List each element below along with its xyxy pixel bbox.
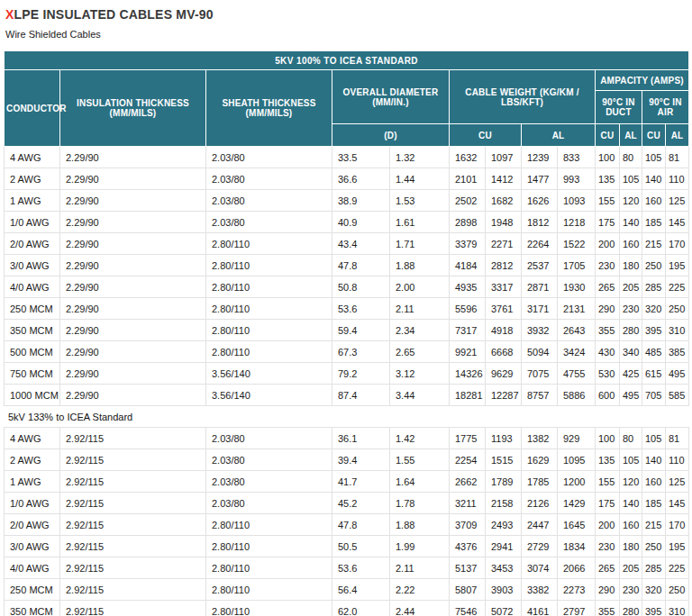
cell-weight-cu-kgkm: 2502	[450, 190, 486, 212]
cell-weight-al-kgkm: 1812	[522, 212, 558, 233]
cell-weight-al-lbskft: 1522	[558, 233, 596, 255]
cell-amp-duct-al: 280	[620, 601, 642, 616]
cell-amp-air-al: 110	[666, 449, 689, 471]
cell-amp-air-cu: 215	[642, 233, 666, 255]
cell-conductor: 1/0 AWG	[5, 493, 60, 514]
cell-amp-air-cu: 250	[642, 255, 666, 276]
table-row: 1/0 AWG2.92/1152.03/8045.21.783211215821…	[5, 493, 689, 514]
cell-amp-air-cu: 105	[642, 147, 666, 168]
cell-amp-duct-al: 80	[620, 147, 642, 168]
table-row: 500 MCM2.29/902.80/11067.32.659921666850…	[5, 341, 689, 363]
cell-weight-al-kgkm: 2264	[522, 233, 558, 255]
cell-amp-duct-cu: 355	[596, 320, 620, 341]
table-header: 5KV 100% TO ICEA STANDARD CONDUCTOR INSU…	[5, 51, 689, 147]
subheader-air-al: AL	[666, 124, 689, 147]
sheath-unit: (MM/MILS)	[246, 108, 293, 118]
cell-amp-duct-cu: 155	[596, 190, 620, 212]
cell-amp-duct-cu: 175	[596, 493, 620, 514]
cell-weight-cu-lbskft: 2941	[486, 536, 522, 557]
cell-weight-al-kgkm: 2447	[522, 514, 558, 536]
duct-label-line1: 90°C IN	[602, 97, 635, 107]
weight-label: CABLE WEIGHT (KG/KM /	[465, 87, 578, 97]
title-text: LPE INSULATED CABLES MV-90	[14, 7, 214, 22]
cell-weight-cu-kgkm: 18281	[450, 385, 486, 406]
cell-weight-cu-kgkm: 2101	[450, 168, 486, 190]
cell-sheath-thickness: 2.80/110	[206, 320, 332, 341]
cell-weight-cu-kgkm: 5137	[450, 557, 486, 579]
subheader-duct-al: AL	[620, 124, 642, 147]
cell-insulation-thickness: 2.92/115	[60, 601, 206, 616]
page-title: XLPE INSULATED CABLES MV-90	[5, 7, 687, 22]
cell-diameter-mm: 79.2	[332, 363, 390, 385]
col-header-diameter: OVERALL DIAMETER(MM/IN.)	[332, 70, 450, 124]
weight-unit: LBS/KFT)	[501, 97, 543, 107]
cell-weight-cu-kgkm: 2662	[450, 471, 486, 493]
cell-weight-cu-kgkm: 3379	[450, 233, 486, 255]
cell-amp-air-al: 385	[666, 341, 689, 363]
cell-diameter-mm: 36.1	[332, 428, 390, 449]
cell-amp-duct-cu: 290	[596, 298, 620, 320]
cell-weight-al-lbskft: 1645	[558, 514, 596, 536]
cell-amp-duct-al: 160	[620, 233, 642, 255]
cell-conductor: 4 AWG	[5, 147, 60, 168]
title-accent-letter: X	[5, 7, 14, 22]
table-row: 2 AWG2.92/1152.03/8039.41.55225415151629…	[5, 449, 689, 471]
cell-amp-air-al: 145	[666, 212, 689, 233]
table-row: 1/0 AWG2.29/902.03/8040.91.6128981948181…	[5, 212, 689, 233]
cell-amp-duct-cu: 155	[596, 471, 620, 493]
cell-amp-duct-al: 340	[620, 341, 642, 363]
cell-amp-air-al: 125	[666, 471, 689, 493]
header-row-main: CONDUCTOR INSULATION THICKNESS(MM/MILS) …	[5, 70, 689, 91]
table-row: 1000 MCM2.29/903.56/14087.43.44182811228…	[5, 385, 689, 406]
cell-amp-duct-cu: 200	[596, 514, 620, 536]
cell-weight-cu-lbskft: 1789	[486, 471, 522, 493]
cell-diameter-in: 3.44	[390, 385, 450, 406]
cell-amp-duct-al: 120	[620, 190, 642, 212]
cell-weight-cu-kgkm: 1632	[450, 147, 486, 168]
col-header-conductor: CONDUCTOR	[5, 70, 60, 147]
subheader-duct-cu: CU	[596, 124, 620, 147]
cell-amp-air-cu: 320	[642, 298, 666, 320]
cell-sheath-thickness: 2.03/80	[206, 190, 332, 212]
band-row: 5KV 100% TO ICEA STANDARD	[5, 51, 689, 70]
sheath-label: SHEATH THICKNESS	[222, 98, 315, 108]
col-header-insulation: INSULATION THICKNESS(MM/MILS)	[60, 70, 206, 147]
cell-weight-al-lbskft: 929	[558, 428, 596, 449]
cell-diameter-mm: 47.8	[332, 514, 390, 536]
cell-amp-duct-cu: 175	[596, 212, 620, 233]
diameter-unit: (MM/IN.)	[372, 97, 408, 107]
cell-diameter-in: 1.53	[390, 190, 450, 212]
cell-weight-al-kgkm: 4161	[522, 601, 558, 616]
cell-weight-cu-kgkm: 14326	[450, 363, 486, 385]
cell-weight-al-lbskft: 1095	[558, 449, 596, 471]
cell-amp-air-cu: 395	[642, 320, 666, 341]
cell-diameter-in: 1.42	[390, 428, 450, 449]
cell-weight-cu-kgkm: 7317	[450, 320, 486, 341]
cell-weight-al-kgkm: 7075	[522, 363, 558, 385]
cell-weight-al-lbskft: 1834	[558, 536, 596, 557]
page: XLPE INSULATED CABLES MV-90 Wire Shielde…	[0, 0, 692, 616]
cell-weight-cu-kgkm: 7546	[450, 601, 486, 616]
cell-conductor: 350 MCM	[5, 320, 60, 341]
cell-weight-cu-lbskft: 1412	[486, 168, 522, 190]
col-header-ampacity: AMPACITY (AMPS)	[596, 70, 689, 91]
cell-amp-duct-cu: 135	[596, 168, 620, 190]
cable-spec-table: 5KV 100% TO ICEA STANDARD CONDUCTOR INSU…	[4, 50, 689, 616]
col-header-sheath: SHEATH THICKNESS(MM/MILS)	[206, 70, 332, 147]
col-header-weight: CABLE WEIGHT (KG/KM /LBS/KFT)	[450, 70, 596, 124]
cell-weight-cu-lbskft: 3761	[486, 298, 522, 320]
cell-amp-air-cu: 160	[642, 471, 666, 493]
cell-amp-air-al: 250	[666, 579, 689, 601]
cell-amp-air-al: 110	[666, 168, 689, 190]
cell-weight-cu-lbskft: 1097	[486, 147, 522, 168]
cell-amp-air-cu: 140	[642, 449, 666, 471]
table-row: 3/0 AWG2.92/1152.80/11050.51.99437629412…	[5, 536, 689, 557]
cell-weight-al-lbskft: 5886	[558, 385, 596, 406]
cell-weight-cu-lbskft: 1515	[486, 449, 522, 471]
cell-insulation-thickness: 2.92/115	[60, 449, 206, 471]
cell-weight-al-kgkm: 2537	[522, 255, 558, 276]
subheader-weight-al: AL	[522, 124, 596, 147]
cell-diameter-mm: 87.4	[332, 385, 390, 406]
cell-insulation-thickness: 2.29/90	[60, 276, 206, 298]
cell-conductor: 750 MCM	[5, 363, 60, 385]
